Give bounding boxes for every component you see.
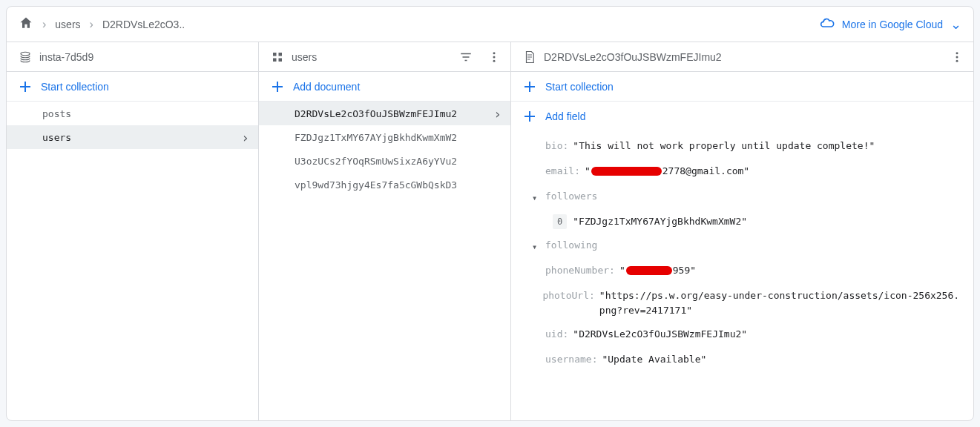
plus-icon (523, 110, 536, 123)
field-phone[interactable]: ▾ phoneNumber: "959" (511, 259, 973, 284)
panels: insta-7d5d9 Start collection posts users… (7, 42, 973, 420)
collections-list: posts users › (7, 102, 258, 420)
chevron-right-icon: › (241, 130, 249, 145)
cloud-icon (820, 16, 835, 33)
plus-icon (523, 80, 536, 93)
svg-point-2 (493, 59, 496, 62)
breadcrumb-document[interactable]: D2RDVsLe2cO3.. (102, 19, 185, 30)
add-document-label: Add document (293, 81, 360, 93)
collection-name: users (42, 132, 71, 143)
start-collection-label: Start collection (41, 81, 109, 93)
document-panel-title: D2RDVsLe2cO3fOuJSBWzmFEJImu2 (544, 51, 939, 63)
field-bio[interactable]: ▾ bio: "This will not work properly unti… (511, 134, 973, 159)
collection-panel: users Add document D2RDVsLe2cO3fOuJSBWzm… (259, 42, 511, 420)
svg-point-1 (493, 56, 496, 58)
redacted (626, 266, 672, 275)
field-value: "959" (619, 263, 696, 278)
documents-list: D2RDVsLe2cO3fOuJSBWzmFEJImu2 › FZDJgz1Tx… (259, 102, 510, 420)
field-username[interactable]: ▾ username: "Update Available" (511, 348, 973, 373)
collection-panel-header: users (259, 42, 510, 72)
document-id: vpl9wd73hjgy4Es7fa5cGWbQskD3 (295, 179, 457, 191)
field-value: "Update Available" (602, 352, 706, 367)
chevron-right-icon: › (90, 18, 93, 31)
database-icon (19, 50, 32, 64)
svg-point-3 (956, 52, 958, 54)
document-panel: D2RDVsLe2cO3fOuJSBWzmFEJImu2 Start colle… (511, 42, 973, 420)
field-key: username (545, 352, 592, 367)
cloud-link-label: More in Google Cloud (842, 19, 943, 30)
chevron-down-icon: ⌄ (950, 16, 961, 33)
field-following[interactable]: ▾ following (511, 234, 973, 259)
topbar: › users › D2RDVsLe2cO3.. More in Google … (7, 7, 973, 42)
more-vert-icon[interactable] (947, 47, 967, 67)
field-value: "2778@gmail.com" (585, 164, 749, 179)
field-key: followers (545, 189, 597, 204)
collapse-icon[interactable]: ▾ (532, 239, 545, 254)
svg-point-5 (956, 59, 958, 62)
field-followers-item[interactable]: 0 "FZDJgz1TxMY67AYjgBkhdKwmXmW2" (511, 210, 973, 234)
field-value: "FZDJgz1TxMY67AYjgBkhdKwmXmW2" (573, 214, 747, 229)
breadcrumb-users[interactable]: users (55, 19, 80, 30)
svg-point-0 (493, 52, 496, 54)
collection-name: posts (42, 108, 71, 119)
start-collection-label: Start collection (545, 81, 614, 93)
breadcrumb: › users › D2RDVsLe2cO3.. (19, 16, 185, 33)
document-row[interactable]: vpl9wd73hjgy4Es7fa5cGWbQskD3 (259, 173, 510, 196)
field-value: "D2RDVsLe2cO3fOuJSBWzmFEJImu2" (573, 327, 747, 342)
field-followers[interactable]: ▾ followers (511, 185, 973, 210)
collection-row[interactable]: posts (7, 102, 258, 125)
more-in-google-cloud-link[interactable]: More in Google Cloud ⌄ (820, 16, 961, 33)
more-vert-icon[interactable] (484, 47, 504, 67)
firestore-data-card: › users › D2RDVsLe2cO3.. More in Google … (6, 6, 974, 421)
collection-icon (271, 50, 284, 64)
array-index: 0 (553, 214, 567, 229)
document-row[interactable]: D2RDVsLe2cO3fOuJSBWzmFEJImu2 › (259, 102, 510, 125)
field-photourl[interactable]: ▾ photoUrl: "https://ps.w.org/easy-under… (511, 284, 973, 322)
field-key: following (545, 238, 597, 253)
filter-icon[interactable] (456, 47, 476, 67)
chevron-right-icon: › (42, 18, 46, 31)
field-key: email (545, 164, 574, 179)
collection-row[interactable]: users › (7, 125, 258, 149)
field-email[interactable]: ▾ email: "2778@gmail.com" (511, 159, 973, 185)
document-icon (523, 50, 536, 64)
root-panel-title: insta-7d5d9 (39, 51, 252, 63)
plus-icon (19, 80, 32, 93)
document-row[interactable]: FZDJgz1TxMY67AYjgBkhdKwmXmW2 (259, 125, 510, 149)
document-panel-header: D2RDVsLe2cO3fOuJSBWzmFEJImu2 (511, 42, 973, 72)
root-panel-header: insta-7d5d9 (7, 42, 258, 72)
document-row[interactable]: U3ozUCs2fYOqRSmUwSixzA6yYVu2 (259, 149, 510, 173)
document-id: FZDJgz1TxMY67AYjgBkhdKwmXmW2 (295, 132, 457, 143)
field-key: photoUrl (542, 288, 589, 303)
field-uid[interactable]: ▾ uid: "D2RDVsLe2cO3fOuJSBWzmFEJImu2" (511, 322, 973, 348)
field-value: "https://ps.w.org/easy-under-constructio… (599, 288, 961, 318)
field-key: phoneNumber (545, 263, 609, 278)
svg-point-4 (956, 56, 958, 58)
root-panel: insta-7d5d9 Start collection posts users… (7, 42, 259, 420)
field-key: bio (545, 139, 562, 153)
start-collection-button[interactable]: Start collection (7, 72, 258, 102)
field-key: uid (545, 327, 562, 342)
start-collection-button[interactable]: Start collection (511, 72, 973, 102)
document-id: U3ozUCs2fYOqRSmUwSixzA6yYVu2 (295, 156, 457, 167)
home-icon[interactable] (19, 16, 33, 33)
collapse-icon[interactable]: ▾ (532, 191, 545, 205)
collection-panel-title: users (292, 51, 448, 63)
field-value: "This will not work properly until updat… (573, 139, 875, 153)
plus-icon (271, 80, 284, 93)
add-document-button[interactable]: Add document (259, 72, 510, 102)
document-id: D2RDVsLe2cO3fOuJSBWzmFEJImu2 (295, 108, 457, 119)
redacted (591, 167, 662, 176)
fields-list: ▾ bio: "This will not work properly unti… (511, 131, 973, 420)
chevron-right-icon: › (493, 106, 501, 122)
add-field-label: Add field (545, 110, 585, 122)
add-field-button[interactable]: Add field (511, 102, 973, 131)
